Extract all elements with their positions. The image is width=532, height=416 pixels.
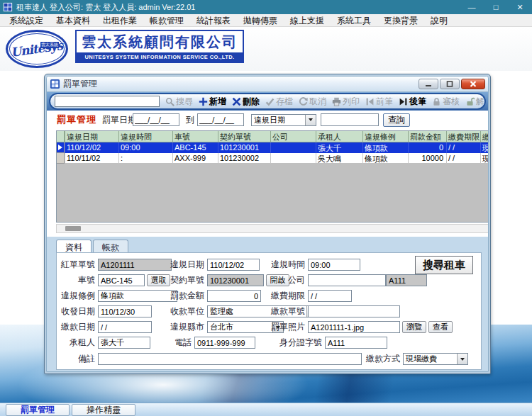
scrollbar-thumb[interactable] <box>65 226 81 231</box>
minimize-button[interactable]: — <box>460 0 484 14</box>
window-title: 罰單管理 <box>63 78 419 90</box>
menu-item[interactable]: 系統設定 <box>3 14 50 27</box>
view-photo-button[interactable]: 查看 <box>428 321 453 333</box>
grid-cell: 101230001 <box>218 142 270 153</box>
ticket-photo-field[interactable] <box>308 321 400 333</box>
app-title: 租車達人 登入公司: 雲太 登入人員: admin Ver:22.01 <box>16 2 460 13</box>
toolbar-search-input[interactable] <box>55 96 160 107</box>
menu-item[interactable]: 出租作業 <box>96 14 143 27</box>
menu-item[interactable]: 系統工具 <box>331 14 377 27</box>
window-minimize-button[interactable] <box>419 79 438 89</box>
pay-method-label: 繳款方式 <box>365 353 400 365</box>
pay-method-value: 現場繳費 <box>404 354 457 364</box>
violation-time-field[interactable] <box>308 259 360 271</box>
grid-cell: 條項款 <box>362 153 408 164</box>
grid-cell: ABC-145 <box>172 142 218 153</box>
menu-item[interactable]: 線上支援 <box>284 14 331 27</box>
menu-item[interactable]: 基本資料 <box>50 14 96 27</box>
payment-deadline-field[interactable] <box>308 290 352 302</box>
menu-item[interactable]: 統計報表 <box>190 14 237 27</box>
query-button[interactable]: 查詢 <box>383 113 410 127</box>
company-name-zh: 雲太系統顧問有限公司 <box>77 31 243 52</box>
window-title-bar: 罰單管理 <box>47 77 488 92</box>
toolbar-button-label: 新增 <box>209 96 226 108</box>
grid-body: 110/12/0209:00ABC-145101230001張大千條項款0/ /… <box>57 142 489 164</box>
grid-cell: 09:00 <box>118 142 172 153</box>
detail-form-area: 資料 帳款 紅單單號 違規日期 違規時間 搜尋租車 車號 選取 契約 <box>47 237 489 371</box>
grid-column-header[interactable]: 違規日期 <box>65 131 118 142</box>
grid-column-header[interactable]: 契約單號 <box>218 131 270 142</box>
grid-cell: AXX-999 <box>172 153 218 164</box>
grid-column-header[interactable]: 公司 <box>270 131 316 142</box>
red-ticket-no-field[interactable] <box>98 259 172 271</box>
payment-no-field[interactable] <box>308 305 400 317</box>
phone-field[interactable] <box>194 337 255 349</box>
toolbar-button-label: 存檔 <box>276 96 293 108</box>
window-maximize-button[interactable] <box>440 79 460 89</box>
filter-field-value: 違規日期 <box>252 115 305 125</box>
pay-date-field[interactable] <box>98 321 152 333</box>
company-code-field[interactable] <box>386 274 427 286</box>
date-from-field[interactable] <box>133 113 179 126</box>
note-field[interactable] <box>98 353 362 365</box>
table-row[interactable]: 110/11/02:AXX-999101230002吳大鳴條項款10000/ /… <box>57 153 489 164</box>
menu-item[interactable]: 拋轉傳票 <box>237 14 284 27</box>
keyword-field[interactable] <box>321 113 379 126</box>
filter-field-dropdown[interactable]: 違規日期 <box>251 114 316 126</box>
date-to-field[interactable] <box>197 113 244 126</box>
grid-cell: 110/12/02 <box>65 142 118 153</box>
app-icon <box>3 2 13 12</box>
taskbar-button[interactable]: 罰單管理 <box>6 404 70 416</box>
car-no-field[interactable] <box>98 274 145 286</box>
table-row[interactable]: 110/12/0209:00ABC-145101230001張大千條項款0/ /… <box>57 142 489 153</box>
grid-column-header[interactable]: 繳費方式 <box>480 131 489 142</box>
grid-column-header[interactable]: 罰款金額 <box>408 131 446 142</box>
toolbar-button-undo: 取消 <box>296 94 329 108</box>
renter-field[interactable] <box>98 337 150 349</box>
company-field[interactable] <box>308 274 386 286</box>
grid-horizontal-scrollbar[interactable] <box>56 224 489 233</box>
grid-column-header[interactable]: 承租人 <box>316 131 362 142</box>
grid-column-header[interactable]: 違規條例 <box>362 131 408 142</box>
app-title-bar: 租車達人 登入公司: 雲太 登入人員: admin Ver:22.01 — □ … <box>0 0 532 14</box>
menu-item[interactable]: 帳款管理 <box>143 14 190 27</box>
search-rental-button[interactable]: 搜尋租車 <box>415 256 473 274</box>
pay-method-dropdown[interactable]: 現場繳費 <box>403 353 468 365</box>
receive-date-label: 收發日期 <box>58 305 95 317</box>
violation-date-field[interactable] <box>207 259 260 271</box>
browse-photo-button[interactable]: 瀏覽 <box>402 321 426 333</box>
contract-no-field[interactable] <box>207 274 264 286</box>
menu-item[interactable]: 更換背景 <box>377 14 424 27</box>
violation-rule-field[interactable] <box>98 290 177 302</box>
toolbar-button-next-record[interactable]: 後筆 <box>396 94 429 108</box>
toolbar-button-save-check: 存檔 <box>262 94 296 108</box>
logo-side-text: 雲太系統 <box>40 42 59 48</box>
grid-cell: / / <box>446 153 480 164</box>
grid-column-header[interactable]: 違規時間 <box>118 131 172 142</box>
fine-amount-field[interactable] <box>207 290 261 302</box>
grid-cell: 0 <box>408 142 446 153</box>
taskbar-button[interactable]: 操作精靈 <box>72 404 135 416</box>
search-icon <box>165 97 174 106</box>
id-no-field[interactable] <box>325 337 387 349</box>
menu-item[interactable]: 說明 <box>424 14 454 27</box>
maximize-button[interactable]: □ <box>484 0 508 14</box>
grid-column-header[interactable]: 車號 <box>172 131 218 142</box>
close-button[interactable]: ✕ <box>508 0 532 14</box>
pick-car-button[interactable]: 選取 <box>147 274 170 286</box>
phone-label: 電話 <box>172 337 192 349</box>
toolbar-button-plus[interactable]: 新增 <box>196 94 229 108</box>
receive-date-field[interactable] <box>98 305 152 317</box>
row-marker <box>57 153 65 164</box>
grid-column-header[interactable]: 繳費期限 <box>446 131 480 142</box>
payment-no-label: 繳款單號 <box>270 305 305 317</box>
row-selected-arrow-icon <box>58 145 62 150</box>
toolbar-button-delete-x[interactable]: 刪除 <box>229 94 262 108</box>
menu-bar: 系統設定基本資料出租作業帳款管理統計報表拋轉傳票線上支援系統工具更換背景說明 <box>0 14 532 27</box>
toolbar-button-previous-record: 前筆 <box>362 94 396 108</box>
window-close-button[interactable] <box>461 79 485 89</box>
next-record-icon <box>399 97 408 106</box>
company-label: 公司 <box>285 274 305 286</box>
unlock-icon <box>465 97 475 106</box>
company-name-box: 雲太系統顧問有限公司 UNITESYS SYSTEM INFORMATION S… <box>75 30 244 63</box>
